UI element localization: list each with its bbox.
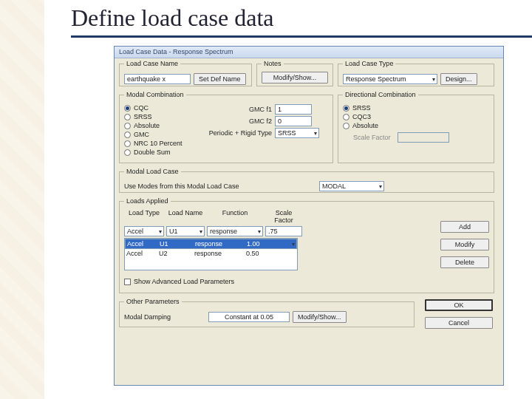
group-load-case-name: Load Case Name earthquake x Set Def Name [119, 60, 252, 86]
gmc-f1-input[interactable]: 1 [275, 104, 312, 115]
radio-double-sum[interactable]: Double Sum [124, 149, 198, 156]
dialog-load-case-data: Load Case Data - Response Spectrum Load … [114, 46, 504, 386]
radio-srss[interactable]: SRSS [124, 113, 198, 120]
label-modal-damping: Modal Damping [124, 313, 205, 321]
page-title: Define load case data [71, 4, 274, 32]
edit-scale-factor-input[interactable]: .75 [265, 226, 302, 236]
legend-directional-combination: Directional Combination [343, 91, 418, 98]
delete-button[interactable]: Delete [440, 256, 489, 268]
group-other-parameters: Other Parameters Modal Damping Constant … [119, 298, 415, 327]
ok-button[interactable]: OK [425, 299, 493, 311]
edit-load-name-select[interactable]: U1 [166, 226, 205, 236]
label-gmc-f2: GMC f2 [207, 117, 272, 125]
th-scale-factor: Scale Factor [265, 209, 302, 224]
edit-function-select[interactable]: response [207, 226, 263, 236]
table-row[interactable]: Accel U1 response 1.00 [125, 239, 297, 249]
label-scale-factor: Scale Factor [343, 134, 395, 141]
modal-load-case-select[interactable]: MODAL [319, 181, 384, 191]
damping-modify-show-button[interactable]: Modify/Show... [293, 311, 347, 323]
radio-dir-srss[interactable]: SRSS [343, 104, 489, 112]
legend-notes: Notes [262, 60, 284, 67]
radio-dir-absolute[interactable]: Absolute [343, 122, 489, 129]
load-case-type-select[interactable]: Response Spectrum [343, 74, 437, 84]
th-function: Function [207, 209, 263, 224]
legend-modal-load-case: Modal Load Case [124, 168, 181, 175]
legend-load-case-type: Load Case Type [343, 60, 395, 67]
radio-nrc10[interactable]: NRC 10 Percent [124, 140, 198, 147]
checkbox-show-advanced[interactable]: Show Advanced Load Parameters [124, 278, 302, 285]
cancel-button[interactable]: Cancel [425, 317, 493, 329]
radio-absolute[interactable]: Absolute [124, 122, 198, 129]
legend-loads-applied: Loads Applied [124, 197, 171, 205]
label-use-modes: Use Modes from this Modal Load Case [124, 183, 316, 190]
gmc-f2-input[interactable]: 0 [275, 116, 312, 126]
modify-button[interactable]: Modify [440, 239, 489, 250]
radio-cqc[interactable]: CQC [124, 104, 198, 112]
table-row[interactable]: Accel U2 response 0.50 [125, 249, 297, 258]
prt-select[interactable]: SRSS [275, 128, 319, 138]
notes-modify-button[interactable]: Modify/Show... [262, 72, 328, 83]
scale-factor-input [398, 132, 449, 143]
edit-load-type-select[interactable]: Accel [124, 226, 164, 236]
legend-other-parameters: Other Parameters [124, 298, 182, 305]
loads-list[interactable]: Accel U1 response 1.00 Accel U2 response… [124, 238, 298, 270]
radio-dir-cqc3[interactable]: CQC3 [343, 113, 489, 120]
set-def-name-button[interactable]: Set Def Name [194, 73, 246, 85]
design-button[interactable]: Design... [440, 73, 477, 85]
label-prt: Periodic + Rigid Type [207, 129, 272, 137]
modal-damping-display: Constant at 0.05 [208, 312, 290, 322]
group-modal-load-case: Modal Load Case Use Modes from this Moda… [119, 168, 494, 193]
group-notes: Notes Modify/Show... [256, 60, 333, 86]
radio-gmc[interactable]: GMC [124, 131, 198, 138]
th-load-type: Load Type [124, 209, 164, 224]
label-gmc-f1: GMC f1 [207, 106, 272, 113]
group-load-case-type: Load Case Type Response Spectrum Design.… [338, 60, 494, 86]
load-case-name-input[interactable]: earthquake x [124, 74, 191, 84]
group-loads-applied: Loads Applied Load Type Load Name Functi… [119, 197, 494, 293]
group-modal-combination: Modal Combination CQC SRSS Absolute GMC … [119, 91, 333, 163]
dialog-title: Load Case Data - Response Spectrum [115, 47, 503, 58]
legend-modal-combination: Modal Combination [124, 91, 186, 98]
add-button[interactable]: Add [440, 221, 489, 233]
th-load-name: Load Name [166, 209, 205, 224]
group-directional-combination: Directional Combination SRSS CQC3 Absolu… [338, 91, 494, 163]
legend-load-case-name: Load Case Name [124, 60, 180, 67]
